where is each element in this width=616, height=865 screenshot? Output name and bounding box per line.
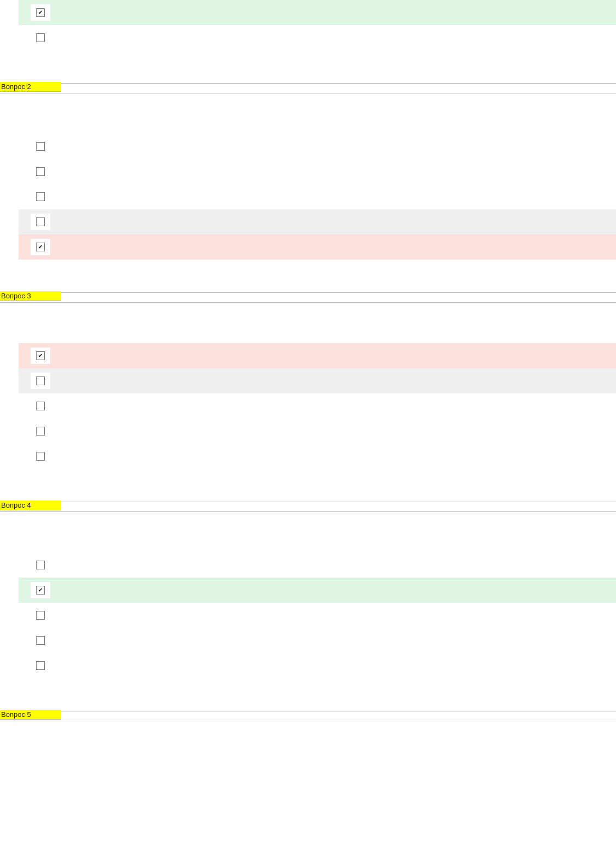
option-row <box>19 368 616 393</box>
option-checkbox[interactable] <box>36 217 45 226</box>
option-list <box>0 552 616 689</box>
option-label <box>56 373 612 374</box>
option-label <box>56 4 612 5</box>
option-label <box>56 582 612 583</box>
option-checkbox[interactable] <box>36 376 45 385</box>
option-row <box>19 419 616 444</box>
option-label <box>56 657 612 658</box>
checkbox-wrap <box>31 557 50 573</box>
option-row <box>19 25 616 50</box>
option-checkbox[interactable] <box>36 636 45 645</box>
checkbox-wrap <box>31 4 50 21</box>
question-group-partial <box>0 0 616 50</box>
question-group: Вопрос 5 <box>0 711 616 773</box>
checkbox-wrap <box>31 138 50 155</box>
checkbox-wrap <box>31 163 50 180</box>
option-label <box>56 607 612 608</box>
option-row <box>19 444 616 469</box>
option-label <box>56 448 612 449</box>
checkbox-wrap <box>31 582 50 598</box>
option-label <box>56 423 612 424</box>
option-label <box>56 30 612 31</box>
checkbox-wrap <box>31 30 50 46</box>
question-header: Вопрос 5 <box>0 710 61 720</box>
option-label <box>56 398 612 399</box>
checkbox-wrap <box>31 373 50 389</box>
option-row <box>19 628 616 653</box>
option-checkbox[interactable] <box>36 351 45 360</box>
option-checkbox[interactable] <box>36 243 45 251</box>
option-row <box>19 209 616 234</box>
option-label <box>56 163 612 164</box>
option-checkbox[interactable] <box>36 427 45 436</box>
option-row <box>19 578 616 603</box>
question-prompt <box>0 512 616 552</box>
checkbox-wrap <box>31 632 50 649</box>
question-group: Вопрос 2 <box>0 83 616 270</box>
question-group: Вопрос 4 <box>0 502 616 689</box>
option-checkbox[interactable] <box>36 402 45 410</box>
option-checkbox[interactable] <box>36 452 45 461</box>
option-row <box>19 653 616 678</box>
option-checkbox[interactable] <box>36 142 45 151</box>
option-checkbox[interactable] <box>36 561 45 569</box>
checkbox-wrap <box>31 214 50 230</box>
option-row <box>19 234 616 260</box>
checkbox-wrap <box>31 657 50 674</box>
option-row <box>19 393 616 419</box>
option-row <box>19 0 616 25</box>
question-group: Вопрос 3 <box>0 292 616 480</box>
option-checkbox[interactable] <box>36 167 45 176</box>
question-prompt <box>0 303 616 343</box>
checkbox-wrap <box>31 189 50 205</box>
option-label <box>56 138 612 139</box>
option-row <box>19 159 616 184</box>
option-row <box>19 343 616 368</box>
option-checkbox[interactable] <box>36 661 45 670</box>
option-row <box>19 184 616 209</box>
checkbox-wrap <box>31 348 50 364</box>
option-label <box>56 189 612 190</box>
checkbox-wrap <box>31 607 50 623</box>
option-list <box>0 762 616 773</box>
question-prompt <box>0 93 616 134</box>
option-row <box>19 134 616 159</box>
checkbox-wrap <box>31 423 50 439</box>
option-label <box>56 632 612 633</box>
option-list <box>0 134 616 270</box>
question-header: Вопрос 3 <box>0 291 61 301</box>
question-prompt <box>0 721 616 762</box>
option-label <box>56 557 612 558</box>
option-label <box>56 239 612 240</box>
option-label <box>56 214 612 215</box>
question-header: Вопрос 2 <box>0 82 61 92</box>
option-checkbox[interactable] <box>36 611 45 620</box>
question-header: Вопрос 4 <box>0 501 61 510</box>
option-row <box>19 552 616 578</box>
option-checkbox[interactable] <box>36 192 45 201</box>
checkbox-wrap <box>31 398 50 414</box>
option-checkbox[interactable] <box>36 33 45 42</box>
option-checkbox[interactable] <box>36 586 45 595</box>
option-row <box>19 603 616 628</box>
checkbox-wrap <box>31 448 50 464</box>
option-list <box>0 343 616 480</box>
checkbox-wrap <box>31 239 50 255</box>
option-label <box>56 348 612 349</box>
option-checkbox[interactable] <box>36 8 45 17</box>
